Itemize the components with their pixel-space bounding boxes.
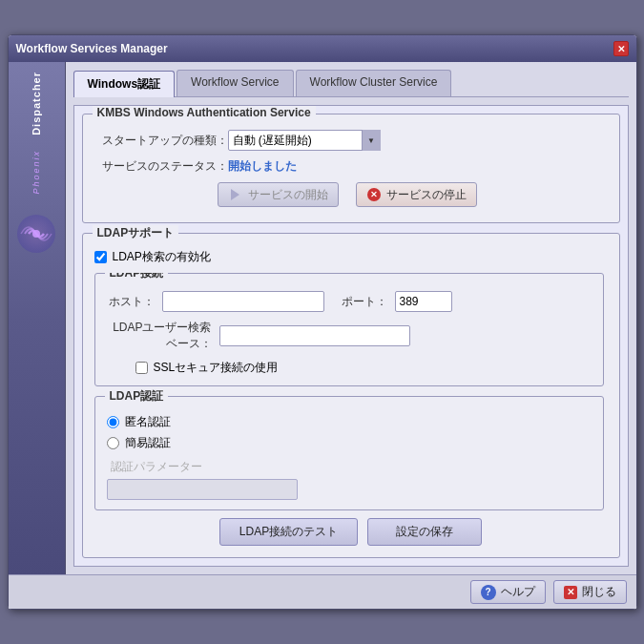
tab-bar: Windows認証 Workflow Service Workflow Clus… [73,70,629,97]
help-button[interactable]: ? ヘルプ [470,580,546,604]
close-button[interactable]: ✕ 閉じる [553,580,627,604]
host-row: ホスト： ポート： [107,291,592,312]
stop-service-button[interactable]: ✕ サービスの停止 [356,182,477,207]
ssl-row: SSLセキュア接続の使用 [107,360,592,376]
play-icon [228,187,243,202]
auth-params-input-row [107,479,592,500]
anonymous-radio[interactable] [107,416,119,428]
enable-ldap-label: LDAP検索の有効化 [113,249,211,265]
status-label: サービスのステータス： [94,158,228,175]
status-row: サービスのステータス： 開始しました [94,158,608,175]
enable-ldap-checkbox[interactable] [94,251,107,263]
ldap-connection-group: LDAP接続 ホスト： ポート： LDAPユーザー検索ベース： [94,273,604,386]
footer-bar: ? ヘルプ ✕ 閉じる [9,574,636,609]
sidebar-sub-brand: Phoenix [31,150,41,195]
sidebar-brand: Dispatcher [31,72,42,135]
search-base-input[interactable] [219,325,410,346]
sidebar: Dispatcher Phoenix [9,62,66,574]
bottom-buttons: LDAP接続のテスト 設定の保存 [94,510,608,550]
tab-workflow-cluster[interactable]: Workflow Cluster Service [296,70,452,96]
tab-windows-auth[interactable]: Windows認証 [73,71,176,97]
test-ldap-button[interactable]: LDAP接続のテスト [219,518,358,546]
svg-point-1 [32,230,40,238]
close-icon: ✕ [564,586,577,599]
ldap-auth-legend: LDAP認証 [105,388,169,405]
window-title: Workflow Services Manager [16,42,168,55]
window-body: Dispatcher Phoenix [9,62,636,574]
startup-select[interactable]: 自動 (遅延開始) [228,130,381,151]
host-input[interactable] [162,291,324,312]
help-label: ヘルプ [501,584,535,600]
ldap-connection-legend: LDAP接続 [105,273,169,281]
main-window: Workflow Services Manager ✕ Dispatcher P… [8,34,637,610]
kmbs-section: KMBS Windows Authentication Service スタート… [82,114,620,223]
tab-panel: KMBS Windows Authentication Service スタート… [73,105,629,567]
port-input[interactable] [395,291,452,312]
stop-icon: ✕ [366,187,382,202]
service-buttons-row: サービスの開始 ✕ サービスの停止 [94,182,608,207]
window-close-button[interactable]: ✕ [613,41,629,56]
anonymous-label: 匿名認証 [125,414,171,430]
ldap-section: LDAPサポート LDAP検索の有効化 LDAP接続 ホスト： [82,233,620,558]
search-base-row: LDAPユーザー検索ベース： [107,320,592,352]
help-icon: ? [481,585,496,600]
simple-radio-row: 簡易認証 [107,435,592,451]
close-label: 閉じる [582,584,616,600]
save-settings-button[interactable]: 設定の保存 [367,518,482,546]
enable-ldap-row: LDAP検索の有効化 [94,249,608,265]
ldap-support-legend: LDAPサポート [93,225,179,241]
simple-label: 簡易認証 [125,435,171,451]
startup-select-wrapper: 自動 (遅延開始) ▼ [228,130,381,151]
tab-workflow-service[interactable]: Workflow Service [177,70,293,96]
startup-label: スタートアップの種類： [94,133,228,149]
host-label: ホスト： [107,294,155,310]
port-label: ポート： [342,294,387,310]
startup-row: スタートアップの種類： 自動 (遅延開始) ▼ [94,130,608,151]
start-service-button[interactable]: サービスの開始 [218,182,339,207]
search-base-label: LDAPユーザー検索ベース： [107,320,212,352]
main-content: Windows認証 Workflow Service Workflow Clus… [66,62,636,574]
ldap-scrollable-area[interactable]: LDAP接続 ホスト： ポート： LDAPユーザー検索ベース： [94,273,608,510]
sidebar-logo-icon [15,213,57,255]
anonymous-radio-row: 匿名認証 [107,414,592,430]
ssl-label: SSLセキュア接続の使用 [154,360,279,376]
simple-radio[interactable] [107,437,119,449]
kmbs-legend: KMBS Windows Authentication Service [93,106,316,119]
ldap-auth-group: LDAP認証 匿名認証 簡易認証 認証パラメーター [94,396,604,510]
auth-params-input[interactable] [107,479,298,500]
ssl-checkbox[interactable] [135,362,148,374]
auth-params-label: 認証パラメーター [107,459,592,475]
title-bar: Workflow Services Manager ✕ [9,35,636,62]
status-value: 開始しました [228,158,297,175]
